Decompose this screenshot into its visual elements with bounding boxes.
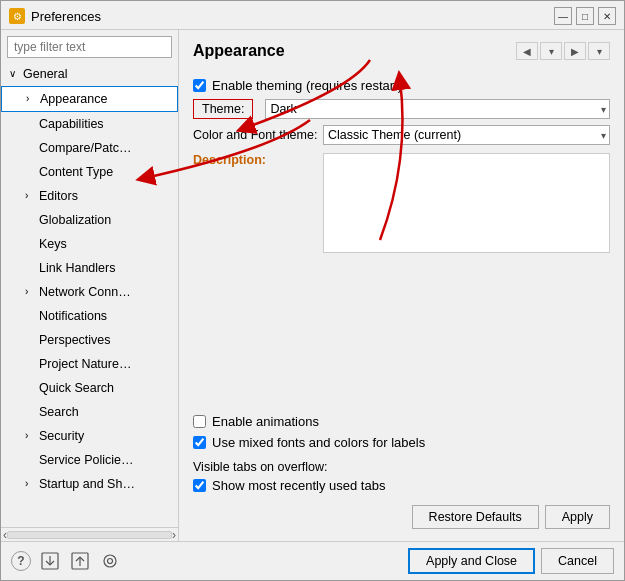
scroll-right-btn[interactable]: › [172, 528, 176, 542]
tree-item-capabilities[interactable]: Capabilities [1, 112, 178, 136]
tree-label-content-type: Content Type [39, 162, 113, 182]
tree-label-search: Search [39, 402, 79, 422]
theme-dropdown-wrapper: Dark Light System Default ▾ [265, 99, 610, 119]
tree-label-network-conn: Network Conn… [39, 282, 131, 302]
title-bar: ⚙ Preferences — □ ✕ [1, 1, 624, 30]
mixed-fonts-row: Use mixed fonts and colors for labels [193, 435, 610, 450]
expand-arrow-general: ∨ [9, 66, 21, 82]
color-font-dropdown-wrapper: Classic Theme (current) Dark Theme Light… [323, 125, 610, 145]
description-box [323, 153, 610, 253]
show-recent-tabs-checkbox[interactable] [193, 479, 206, 492]
expand-arrow-appearance: › [26, 91, 38, 107]
tree-item-quick-search[interactable]: Quick Search [1, 376, 178, 400]
tree-label-link-handlers: Link Handlers [39, 258, 115, 278]
nav-back-button[interactable]: ◀ [516, 42, 538, 60]
tree-label-globalization: Globalization [39, 210, 111, 230]
app-icon: ⚙ [9, 8, 25, 24]
color-font-label: Color and Font theme: [193, 128, 323, 142]
minimize-button[interactable]: — [554, 7, 572, 25]
enable-theming-checkbox[interactable] [193, 79, 206, 92]
tree-label-perspectives: Perspectives [39, 330, 111, 350]
tree-item-link-handlers[interactable]: Link Handlers [1, 256, 178, 280]
nav-forward-button[interactable]: ▶ [564, 42, 586, 60]
tree-item-compare[interactable]: Compare/Patc… [1, 136, 178, 160]
svg-point-5 [108, 559, 113, 564]
tree-label-capabilities: Capabilities [39, 114, 104, 134]
tree-label-keys: Keys [39, 234, 67, 254]
scroll-track[interactable] [7, 531, 172, 539]
tree-item-service-policies[interactable]: Service Policie… [1, 448, 178, 472]
tree-item-general[interactable]: ∨ General [1, 62, 178, 86]
bottom-right-buttons: Apply and Close Cancel [408, 548, 614, 574]
mixed-fonts-checkbox[interactable] [193, 436, 206, 449]
show-recent-tabs-label: Show most recently used tabs [212, 478, 385, 493]
enable-animations-row: Enable animations [193, 414, 610, 429]
description-label: Description: [193, 153, 323, 167]
section-title: Appearance [193, 42, 285, 60]
tree-label-general: General [23, 64, 67, 84]
filter-input[interactable] [7, 36, 172, 58]
restore-defaults-button[interactable]: Restore Defaults [412, 505, 539, 529]
tree-label-security: Security [39, 426, 84, 446]
tree-item-search[interactable]: Search [1, 400, 178, 424]
svg-point-4 [104, 555, 116, 567]
restore-apply-row: Restore Defaults Apply [193, 505, 610, 529]
tree-item-keys[interactable]: Keys [1, 232, 178, 256]
show-recent-tabs-row: Show most recently used tabs [193, 478, 610, 493]
tree-item-appearance[interactable]: › Appearance [1, 86, 178, 112]
color-font-select[interactable]: Classic Theme (current) Dark Theme Light… [323, 125, 610, 145]
visible-tabs-label: Visible tabs on overflow: [193, 460, 610, 474]
close-button[interactable]: ✕ [598, 7, 616, 25]
mixed-fonts-label: Use mixed fonts and colors for labels [212, 435, 425, 450]
navigation-buttons: ◀ ▾ ▶ ▾ [516, 42, 610, 60]
preferences-icon[interactable] [99, 550, 121, 572]
export-icon[interactable] [69, 550, 91, 572]
tree-area: ∨ General › Appearance Capabilities C [1, 62, 178, 527]
apply-and-close-button[interactable]: Apply and Close [408, 548, 535, 574]
left-panel: ∨ General › Appearance Capabilities C [1, 30, 179, 541]
tree-item-editors[interactable]: › Editors [1, 184, 178, 208]
tree-item-startup[interactable]: › Startup and Sh… [1, 472, 178, 496]
enable-animations-checkbox[interactable] [193, 415, 206, 428]
tree-label-editors: Editors [39, 186, 78, 206]
tree-item-globalization[interactable]: Globalization [1, 208, 178, 232]
tree-item-perspectives[interactable]: Perspectives [1, 328, 178, 352]
expand-arrow-network-conn: › [25, 284, 37, 300]
enable-theming-label: Enable theming (requires restart) [212, 78, 402, 93]
expand-arrow-editors: › [25, 188, 37, 204]
tree-item-project-nature[interactable]: Project Nature… [1, 352, 178, 376]
right-panel: Appearance ◀ ▾ ▶ ▾ Enable theming (requi… [179, 30, 624, 541]
bottom-bar: ? [1, 541, 624, 580]
cancel-button[interactable]: Cancel [541, 548, 614, 574]
nav-forward-dropdown-button[interactable]: ▾ [588, 42, 610, 60]
theme-label: Theme: [193, 99, 253, 119]
apply-button[interactable]: Apply [545, 505, 610, 529]
maximize-button[interactable]: □ [576, 7, 594, 25]
tree-label-service-policies: Service Policie… [39, 450, 133, 470]
tree-item-content-type[interactable]: Content Type [1, 160, 178, 184]
enable-animations-label: Enable animations [212, 414, 319, 429]
tree-item-security[interactable]: › Security [1, 424, 178, 448]
tree-item-notifications[interactable]: Notifications [1, 304, 178, 328]
tree-item-network-conn[interactable]: › Network Conn… [1, 280, 178, 304]
import-icon[interactable] [39, 550, 61, 572]
help-icon[interactable]: ? [11, 551, 31, 571]
expand-arrow-security: › [25, 428, 37, 444]
tree-label-notifications: Notifications [39, 306, 107, 326]
theme-select[interactable]: Dark Light System Default [265, 99, 610, 119]
tree-label-project-nature: Project Nature… [39, 354, 131, 374]
tree-label-appearance: Appearance [40, 89, 107, 109]
main-content: ∨ General › Appearance Capabilities C [1, 30, 624, 541]
dialog-title: Preferences [31, 9, 101, 24]
right-header: Appearance ◀ ▾ ▶ ▾ [193, 42, 610, 70]
expand-arrow-startup: › [25, 476, 37, 492]
bottom-left-icons: ? [11, 550, 121, 572]
horizontal-scrollbar[interactable]: ‹ › [1, 527, 178, 541]
nav-back-dropdown-button[interactable]: ▾ [540, 42, 562, 60]
tree-label-quick-search: Quick Search [39, 378, 114, 398]
enable-theming-row: Enable theming (requires restart) [193, 78, 610, 93]
tree-label-startup: Startup and Sh… [39, 474, 135, 494]
color-font-row: Color and Font theme: Classic Theme (cur… [193, 125, 610, 145]
tree-label-compare: Compare/Patc… [39, 138, 131, 158]
theme-row: Theme: Dark Light System Default ▾ [193, 99, 610, 119]
